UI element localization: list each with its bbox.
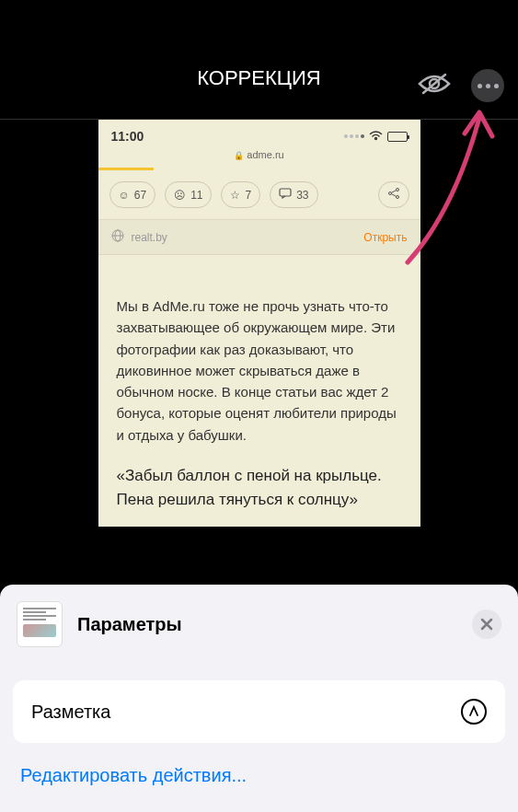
edit-actions-link[interactable]: Редактировать действия...: [0, 743, 518, 812]
reaction-star[interactable]: ☆7: [221, 181, 260, 208]
star-icon: ☆: [230, 189, 240, 202]
status-time: 11:00: [111, 129, 144, 144]
markup-icon: [461, 699, 487, 725]
close-button[interactable]: [472, 609, 501, 639]
url-bar: adme.ru: [98, 145, 420, 168]
signal-icon: [344, 134, 364, 138]
reaction-share[interactable]: [378, 181, 409, 208]
screenshot-preview: 11:00 adme.ru ☺67 ☹11 ☆7 33 realt.by Отк…: [98, 120, 420, 527]
external-link-bar: realt.by Открыть: [98, 219, 420, 255]
open-link-button[interactable]: Открыть: [363, 231, 407, 244]
reactions-row: ☺67 ☹11 ☆7 33: [98, 170, 420, 219]
globe-icon: [111, 229, 124, 245]
svg-line-6: [391, 191, 396, 193]
status-indicators: [344, 129, 408, 144]
comment-icon: [279, 188, 292, 202]
share-sheet: Параметры Разметка Редактировать действи…: [0, 585, 518, 812]
svg-rect-2: [280, 189, 291, 196]
link-source: realt.by: [111, 229, 167, 245]
svg-point-4: [396, 189, 398, 191]
smile-icon: ☺: [119, 189, 130, 202]
article-subheading: «Забыл баллон с пеной на крыльце. Пена р…: [117, 464, 402, 513]
visibility-toggle-icon[interactable]: [418, 70, 451, 101]
article-paragraph: Мы в AdMe.ru тоже не прочь узнать что-то…: [117, 296, 402, 446]
wifi-icon: [369, 129, 383, 144]
header-title: КОРРЕКЦИЯ: [197, 66, 321, 90]
markup-action-row[interactable]: Разметка: [13, 680, 505, 743]
svg-line-7: [391, 194, 396, 197]
reaction-comments[interactable]: 33: [270, 181, 317, 208]
reaction-sad[interactable]: ☹11: [165, 181, 212, 208]
status-bar: 11:00: [98, 120, 420, 145]
markup-label: Разметка: [31, 702, 110, 723]
sheet-header: Параметры: [0, 585, 518, 664]
article-body: Мы в AdMe.ru тоже не прочь узнать что-то…: [98, 255, 420, 527]
share-icon: [387, 187, 400, 203]
battery-icon: [387, 132, 408, 142]
sheet-title: Параметры: [77, 614, 457, 635]
editor-header: КОРРЕКЦИЯ: [0, 0, 518, 120]
reaction-smile[interactable]: ☺67: [109, 181, 156, 208]
svg-point-3: [388, 192, 391, 195]
svg-point-5: [396, 196, 398, 199]
more-options-button[interactable]: [471, 69, 504, 102]
canvas-area: 11:00 adme.ru ☺67 ☹11 ☆7 33 realt.by Отк…: [0, 120, 518, 527]
sad-icon: ☹: [174, 189, 186, 202]
header-actions: [418, 69, 504, 102]
sheet-thumbnail: [17, 601, 63, 647]
